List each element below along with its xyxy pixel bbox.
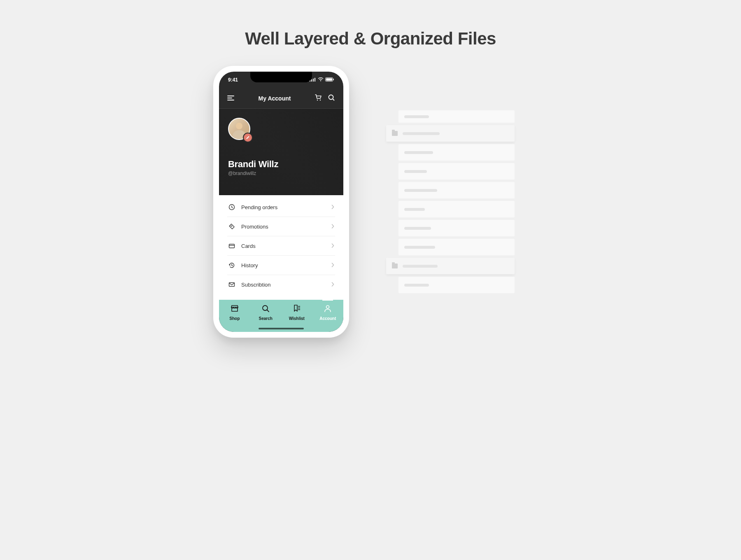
layer-row [398,144,515,161]
search-icon [261,304,270,315]
folder-icon [392,131,398,136]
wishlist-icon [292,304,301,315]
menu-item-label: History [241,262,326,268]
svg-point-11 [317,99,318,100]
svg-point-25 [326,306,329,308]
edit-avatar-button[interactable] [243,133,253,142]
wifi-icon [318,77,324,83]
menu-item-label: Subscribtion [241,282,326,288]
profile-handle: @brandiwillz [228,170,334,176]
layer-row [398,277,515,293]
tab-label: Account [319,316,336,321]
svg-rect-3 [315,78,315,82]
svg-point-13 [329,95,333,99]
shop-icon [230,304,239,315]
folder-icon [392,264,398,268]
pencil-icon [246,134,250,141]
layer-row [398,110,515,123]
layer-row [398,201,515,217]
bottom-tab-bar: Shop Search Wishlist [219,300,343,332]
menu-item-label: Cards [241,243,326,249]
layers-panel-illustration [386,113,515,296]
clock-icon [228,204,235,210]
app-topbar: My Account [219,88,343,109]
layer-folder-row [386,258,515,274]
svg-rect-6 [326,78,332,81]
tab-label: Shop [229,316,240,321]
menu-item-label: Pending orders [241,204,326,210]
layer-row [398,239,515,255]
account-menu: Pending orders % Promotions [219,195,343,303]
svg-point-12 [320,99,321,100]
svg-point-4 [320,80,321,81]
avatar-container [228,118,250,140]
layer-row [398,163,515,180]
tab-wishlist[interactable]: Wishlist [281,304,312,321]
chevron-right-icon [331,242,334,250]
search-icon[interactable] [328,94,335,103]
tag-icon: % [228,223,235,230]
profile-name: Brandi Willz [228,159,334,170]
tab-label: Search [259,316,273,321]
menu-item-promotions[interactable]: % Promotions [227,217,335,236]
tab-account[interactable]: Account [312,304,344,321]
layer-row [398,220,515,236]
history-icon [228,262,235,268]
layer-row [398,182,515,198]
menu-item-subscription[interactable]: Subscribtion [227,275,335,294]
menu-item-cards[interactable]: Cards [227,236,335,256]
tab-shop[interactable]: Shop [219,304,250,321]
menu-icon[interactable] [227,95,235,102]
phone-notch [250,72,312,82]
chevron-right-icon [331,203,334,211]
home-indicator [259,328,304,329]
svg-line-14 [333,99,334,100]
svg-line-21 [267,310,269,312]
svg-rect-7 [333,79,334,80]
page-heading: Well Layered & Organized Files [94,29,647,49]
menu-item-history[interactable]: History [227,256,335,275]
battery-icon [325,77,334,83]
chevron-right-icon [331,261,334,269]
svg-text:%: % [231,225,233,227]
card-icon [228,243,235,249]
cart-icon[interactable] [315,94,322,103]
profile-hero: Brandi Willz @brandiwillz [219,109,343,195]
chevron-right-icon [331,281,334,288]
phone-mockup: 9:41 My Account [213,66,349,338]
topbar-title: My Account [259,95,291,102]
tab-label: Wishlist [289,316,305,321]
tab-search[interactable]: Search [250,304,282,321]
svg-rect-2 [313,79,314,82]
svg-rect-1 [311,79,312,82]
mail-icon [228,281,235,288]
layer-folder-row [386,125,515,142]
svg-rect-17 [229,244,235,248]
account-icon [323,304,332,315]
menu-item-label: Promotions [241,224,326,230]
menu-item-pending-orders[interactable]: Pending orders [227,198,335,217]
status-time: 9:41 [228,77,238,83]
chevron-right-icon [331,223,334,230]
